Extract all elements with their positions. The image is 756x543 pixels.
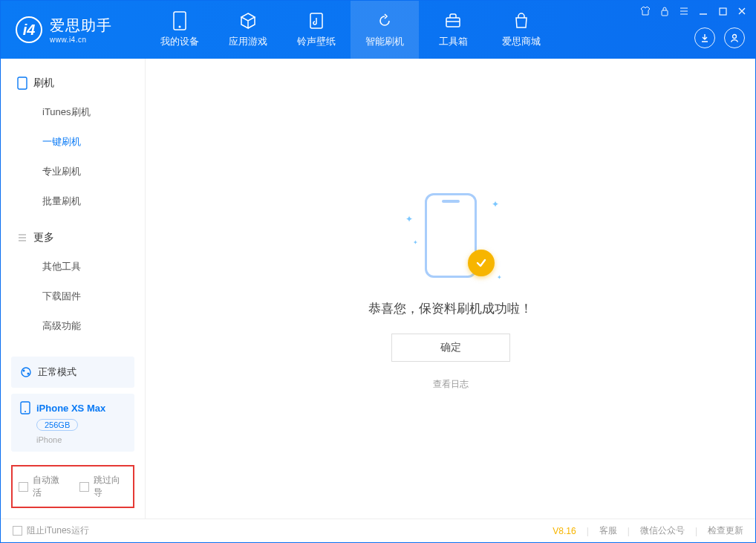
device-type: iPhone — [36, 435, 126, 444]
svg-point-9 — [23, 370, 25, 372]
sidebar-item-advanced[interactable]: 高级功能 — [1, 311, 145, 341]
user-button[interactable] — [724, 27, 745, 48]
svg-rect-4 — [662, 10, 668, 16]
device-icon — [20, 401, 30, 414]
mode-label: 正常模式 — [38, 365, 76, 379]
svg-rect-3 — [446, 18, 460, 27]
skip-guide-checkbox[interactable]: 跳过向导 — [79, 474, 127, 499]
sidebar-item-other[interactable]: 其他工具 — [1, 252, 145, 282]
toolbox-icon — [443, 11, 463, 30]
sparkle-icon: ✦ — [413, 239, 418, 246]
sidebar: 刷机 iTunes刷机 一键刷机 专业刷机 批量刷机 更多 其他工具 下载固件 … — [1, 59, 146, 518]
music-file-icon — [307, 11, 326, 30]
header-tabs: 我的设备 应用游戏 铃声壁纸 智能刷机 工具箱 爱思商城 — [146, 1, 555, 59]
checkbox-icon — [13, 526, 22, 536]
maximize-icon[interactable] — [717, 5, 729, 17]
tab-store[interactable]: 爱思商城 — [487, 1, 555, 59]
svg-point-1 — [179, 26, 181, 28]
support-link[interactable]: 客服 — [599, 524, 617, 537]
tab-wallpaper[interactable]: 铃声壁纸 — [282, 1, 351, 59]
success-illustration: ✦ ✦ ✦ ✦ — [403, 187, 499, 284]
close-icon[interactable] — [736, 5, 748, 17]
sidebar-item-batch[interactable]: 批量刷机 — [1, 186, 145, 216]
device-name: iPhone XS Max — [36, 403, 105, 414]
sidebar-item-onekey[interactable]: 一键刷机 — [1, 127, 145, 157]
logo-icon: i4 — [16, 16, 42, 43]
checkbox-icon — [19, 482, 28, 492]
device-icon — [170, 11, 189, 30]
group-label: 刷机 — [33, 77, 54, 90]
tab-label: 智能刷机 — [365, 35, 404, 48]
view-log-link[interactable]: 查看日志 — [433, 378, 469, 391]
header-right — [694, 27, 745, 48]
app-window: i4 爱思助手 www.i4.cn 我的设备 应用游戏 铃声壁纸 智能刷机 — [0, 0, 756, 543]
svg-rect-7 — [18, 77, 27, 89]
success-message: 恭喜您，保资料刷机成功啦！ — [368, 300, 532, 317]
svg-point-12 — [25, 411, 26, 412]
sidebar-item-pro[interactable]: 专业刷机 — [1, 157, 145, 186]
download-button[interactable] — [694, 27, 715, 48]
window-controls — [639, 5, 748, 17]
tab-flash[interactable]: 智能刷机 — [351, 1, 419, 59]
ok-button[interactable]: 确定 — [391, 334, 510, 362]
wechat-link[interactable]: 微信公众号 — [640, 524, 685, 537]
tab-label: 工具箱 — [439, 35, 468, 48]
version-label: V8.16 — [553, 526, 576, 536]
highlighted-options: 自动激活 跳过向导 — [11, 465, 134, 508]
checkbox-icon — [79, 482, 89, 492]
tshirt-icon[interactable] — [639, 5, 651, 17]
list-icon — [17, 233, 27, 243]
status-bar: 阻止iTunes运行 V8.16 | 客服 | 微信公众号 | 检查更新 — [1, 518, 755, 542]
header: i4 爱思助手 www.i4.cn 我的设备 应用游戏 铃声壁纸 智能刷机 — [1, 1, 755, 59]
sparkle-icon: ✦ — [405, 214, 413, 224]
sparkle-icon: ✦ — [492, 199, 499, 209]
check-badge-icon — [468, 250, 495, 276]
lock-icon[interactable] — [659, 5, 671, 17]
svg-point-6 — [733, 35, 737, 39]
svg-rect-5 — [720, 8, 726, 15]
sync-icon — [375, 11, 394, 30]
sidebar-item-itunes[interactable]: iTunes刷机 — [1, 97, 145, 127]
svg-point-10 — [27, 373, 30, 375]
phone-icon — [17, 77, 27, 90]
svg-point-8 — [22, 368, 30, 377]
mode-card[interactable]: 正常模式 — [11, 357, 134, 388]
tab-label: 我的设备 — [160, 35, 199, 48]
tab-device[interactable]: 我的设备 — [146, 1, 214, 59]
tab-label: 铃声壁纸 — [297, 35, 336, 48]
device-capacity: 256GB — [36, 419, 78, 431]
cube-icon — [238, 11, 258, 30]
bag-icon — [512, 11, 531, 30]
sparkle-icon: ✦ — [497, 274, 502, 281]
group-label: 更多 — [33, 231, 54, 244]
mode-icon — [20, 366, 32, 378]
update-link[interactable]: 检查更新 — [708, 524, 743, 537]
sidebar-group-flash: 刷机 — [1, 69, 145, 97]
tab-apps[interactable]: 应用游戏 — [214, 1, 282, 59]
app-title: 爱思助手 — [50, 16, 112, 36]
tab-toolbox[interactable]: 工具箱 — [419, 1, 487, 59]
device-card[interactable]: iPhone XS Max 256GB iPhone — [11, 394, 134, 452]
sidebar-item-firmware[interactable]: 下载固件 — [1, 282, 145, 311]
body: 刷机 iTunes刷机 一键刷机 专业刷机 批量刷机 更多 其他工具 下载固件 … — [1, 59, 755, 518]
tab-label: 爱思商城 — [502, 35, 541, 48]
menu-icon[interactable] — [678, 5, 690, 17]
auto-activate-checkbox[interactable]: 自动激活 — [19, 474, 66, 499]
logo: i4 爱思助手 www.i4.cn — [1, 16, 146, 44]
block-itunes-checkbox[interactable]: 阻止iTunes运行 — [13, 524, 89, 537]
minimize-icon[interactable] — [697, 5, 709, 17]
app-subtitle: www.i4.cn — [50, 36, 112, 44]
sidebar-group-more: 更多 — [1, 224, 145, 252]
tab-label: 应用游戏 — [229, 35, 267, 48]
main-content: ✦ ✦ ✦ ✦ 恭喜您，保资料刷机成功啦！ 确定 查看日志 — [146, 59, 755, 518]
